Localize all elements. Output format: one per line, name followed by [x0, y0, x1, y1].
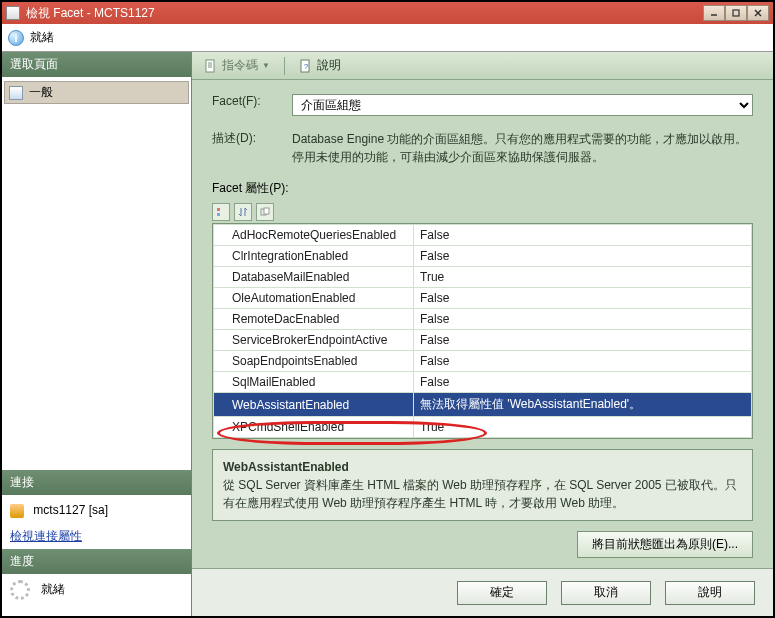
- help-prop-name: WebAssistantEnabled: [223, 458, 742, 476]
- props-label: Facet 屬性(P):: [212, 180, 753, 197]
- script-button[interactable]: 指令碼 ▼: [198, 55, 276, 76]
- property-name: SoapEndpointsEnabled: [220, 354, 357, 368]
- svg-rect-4: [206, 60, 214, 72]
- window-title: 檢視 Facet - MCTS1127: [26, 5, 703, 22]
- view-connection-link[interactable]: 檢視連接屬性: [10, 529, 82, 543]
- page-icon: [9, 86, 23, 100]
- sidebar-item-label: 一般: [29, 84, 53, 101]
- property-name: SqlMailEnabled: [220, 375, 315, 389]
- info-icon: i: [8, 30, 24, 46]
- table-row[interactable]: RemoteDacEnabledFalse: [214, 309, 752, 330]
- ok-button[interactable]: 確定: [457, 581, 547, 605]
- progress-status: 就緒: [41, 582, 65, 596]
- app-icon: [6, 6, 20, 20]
- table-row[interactable]: ServiceBrokerEndpointActiveFalse: [214, 330, 752, 351]
- table-row[interactable]: AdHocRemoteQueriesEnabledFalse: [214, 225, 752, 246]
- script-icon: [204, 59, 218, 73]
- property-name: AdHocRemoteQueriesEnabled: [220, 228, 396, 242]
- property-value: False: [414, 372, 752, 393]
- svg-rect-1: [733, 10, 739, 16]
- property-name: RemoteDacEnabled: [220, 312, 339, 326]
- property-value: False: [414, 288, 752, 309]
- property-help-box: WebAssistantEnabled 從 SQL Server 資料庫產生 H…: [212, 449, 753, 521]
- svg-rect-7: [217, 208, 220, 211]
- sidebar-header-connection: 連接: [2, 470, 191, 495]
- connection-name: mcts1127 [sa]: [33, 503, 108, 517]
- table-row[interactable]: SoapEndpointsEnabledFalse: [214, 351, 752, 372]
- chevron-down-icon: ▼: [262, 61, 270, 70]
- help-prop-text: 從 SQL Server 資料庫產生 HTML 檔案的 Web 助理預存程序，在…: [223, 476, 742, 512]
- maximize-button[interactable]: [725, 5, 747, 21]
- server-icon: [10, 504, 24, 518]
- svg-rect-10: [264, 208, 269, 214]
- export-policy-button[interactable]: 將目前狀態匯出為原則(E)...: [577, 531, 753, 558]
- property-value: False: [414, 246, 752, 267]
- svg-rect-8: [217, 213, 220, 216]
- grid-pages-button[interactable]: [256, 203, 274, 221]
- property-name: WebAssistantEnabled: [220, 398, 349, 412]
- minimize-button[interactable]: [703, 5, 725, 21]
- property-value: False: [414, 225, 752, 246]
- table-row[interactable]: XPCmdShellEnabledTrue: [214, 417, 752, 438]
- property-value: False: [414, 351, 752, 372]
- property-value: 無法取得屬性值 'WebAssistantEnabled'。: [414, 393, 752, 417]
- grid-categorize-button[interactable]: [212, 203, 230, 221]
- desc-text: Database Engine 功能的介面區組態。只有您的應用程式需要的功能，才…: [292, 130, 753, 166]
- property-name: DatabaseMailEnabled: [220, 270, 349, 284]
- table-row[interactable]: SqlMailEnabledFalse: [214, 372, 752, 393]
- help-icon: ?: [299, 59, 313, 73]
- property-value: False: [414, 330, 752, 351]
- property-name: XPCmdShellEnabled: [220, 420, 344, 434]
- status-ready: 就緒: [30, 29, 54, 46]
- sidebar-item-general[interactable]: 一般: [4, 81, 189, 104]
- sidebar-header-pages: 選取頁面: [2, 52, 191, 77]
- table-row[interactable]: DatabaseMailEnabledTrue: [214, 267, 752, 288]
- property-name: ServiceBrokerEndpointActive: [220, 333, 387, 347]
- property-value: False: [414, 309, 752, 330]
- facet-label: Facet(F):: [212, 94, 292, 108]
- property-grid[interactable]: AdHocRemoteQueriesEnabledFalseClrIntegra…: [212, 223, 753, 439]
- titlebar: 檢視 Facet - MCTS1127: [2, 2, 773, 24]
- table-row[interactable]: ClrIntegrationEnabledFalse: [214, 246, 752, 267]
- facet-select[interactable]: 介面區組態: [292, 94, 753, 116]
- svg-text:?: ?: [304, 62, 309, 71]
- help-button[interactable]: ? 說明: [293, 55, 347, 76]
- script-label: 指令碼: [222, 57, 258, 74]
- statusbar: i 就緒: [2, 24, 773, 52]
- cancel-button[interactable]: 取消: [561, 581, 651, 605]
- property-value: True: [414, 417, 752, 438]
- sidebar-header-progress: 進度: [2, 549, 191, 574]
- table-row[interactable]: WebAssistantEnabled無法取得屬性值 'WebAssistant…: [214, 393, 752, 417]
- progress-spinner-icon: [10, 580, 30, 600]
- property-name: OleAutomationEnabled: [220, 291, 355, 305]
- table-row[interactable]: OleAutomationEnabledFalse: [214, 288, 752, 309]
- content-toolbar: 指令碼 ▼ ? 說明: [192, 52, 773, 80]
- property-name: ClrIntegrationEnabled: [220, 249, 348, 263]
- close-button[interactable]: [747, 5, 769, 21]
- help-footer-button[interactable]: 說明: [665, 581, 755, 605]
- toolbar-separator: [284, 57, 285, 75]
- desc-label: 描述(D):: [212, 130, 292, 147]
- property-value: True: [414, 267, 752, 288]
- grid-sort-button[interactable]: [234, 203, 252, 221]
- help-label: 說明: [317, 57, 341, 74]
